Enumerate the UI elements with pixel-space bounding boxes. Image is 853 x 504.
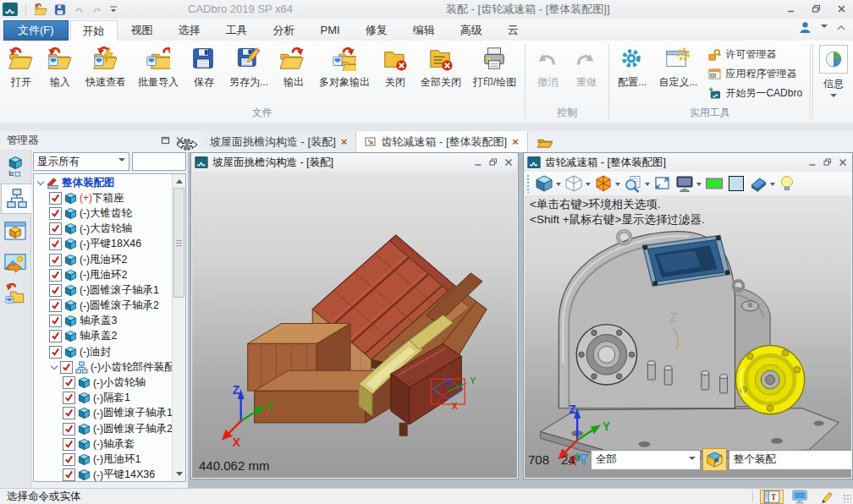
tab-close-icon[interactable]: × (341, 135, 348, 148)
display-mode-icon[interactable] (674, 173, 695, 194)
user-dropdown-icon[interactable] (821, 25, 828, 31)
ribbon-tab-PMI[interactable]: PMI (309, 20, 352, 41)
close-button[interactable] (833, 2, 850, 15)
background-color-swatch-icon[interactable] (726, 173, 746, 194)
chevron-down-icon[interactable] (696, 183, 702, 189)
child-window-title-bar[interactable]: 坡屋面挑檐沟构造 - [装配] (191, 153, 518, 173)
chevron-down-icon[interactable] (645, 183, 650, 189)
chevron-down-icon[interactable] (615, 183, 620, 189)
tree-row[interactable]: (-)小齿轮轴 (34, 375, 173, 390)
visibility-checkbox[interactable] (49, 254, 62, 266)
tree-row[interactable]: (-)圆锥滚子轴承2 (34, 421, 173, 436)
child-close-icon[interactable] (839, 158, 847, 167)
pencil-icon[interactable] (816, 490, 838, 504)
tree-row[interactable]: (-)平键14X36 (34, 468, 173, 482)
document-tab[interactable]: 齿轮减速箱 - [整体装配图]× (356, 131, 527, 152)
tree-row[interactable]: (-)小齿轮部件装配 (34, 359, 173, 375)
tree-search-input[interactable] (132, 152, 186, 171)
eraser-icon[interactable] (748, 173, 768, 194)
selection-filter-icon[interactable] (574, 452, 589, 466)
tree-row[interactable]: (-)大锥齿轮 (34, 205, 173, 221)
scope-cube-button[interactable] (702, 448, 727, 471)
tree-row[interactable]: (-)圆锥滚子轴承1 (34, 406, 173, 421)
ribbon-tab-开始[interactable]: 开始 (70, 20, 118, 41)
monitor-icon[interactable] (789, 490, 811, 504)
ribbon-tab-编辑[interactable]: 编辑 (401, 20, 447, 41)
visibility-checkbox[interactable] (49, 207, 62, 220)
visibility-checkbox[interactable] (49, 222, 62, 235)
toolbar-grip[interactable] (526, 174, 531, 193)
ribbon-tab-选择[interactable]: 选择 (167, 20, 212, 41)
ribbon-tab-视图[interactable]: 视图 (119, 20, 165, 41)
visibility-checkbox[interactable] (63, 392, 75, 404)
app-manager-button[interactable]: 应用程序管理器 (708, 67, 802, 81)
scrollbar-thumb[interactable] (173, 188, 184, 298)
child-close-icon[interactable] (504, 158, 513, 167)
tree-row[interactable]: (+)下箱座 (34, 190, 173, 205)
bulb-icon[interactable] (778, 173, 798, 194)
print-button[interactable]: 打印/绘图 (467, 44, 522, 91)
visibility-checkbox[interactable] (49, 315, 62, 327)
ribbon-tab-高级[interactable]: 高级 (449, 20, 494, 41)
selection-filter-dropdown[interactable]: 全部 (591, 450, 701, 470)
tree-row[interactable]: 轴承盖3 (34, 314, 173, 329)
info-button[interactable]: 信息 (814, 41, 853, 123)
tree-row[interactable]: (-)隔套1 (34, 391, 173, 406)
tree-row[interactable]: (-)油封 (34, 344, 173, 359)
user-account-icon[interactable] (798, 20, 812, 35)
resize-grip[interactable] (843, 494, 851, 502)
tree-row[interactable]: (-)平键18X46 (34, 237, 173, 252)
ribbon-tab-工具[interactable]: 工具 (214, 20, 260, 41)
tree-row[interactable]: (-)圆锥滚子轴承2 (34, 299, 173, 314)
chevron-down-icon[interactable] (556, 183, 561, 189)
tree-row[interactable]: (-)甩油环1 (34, 452, 173, 467)
close-doc-button[interactable]: 关闭 (376, 44, 415, 91)
import-button[interactable]: 输入 (41, 44, 80, 91)
restore-button[interactable] (807, 2, 824, 15)
hierarchy-icon[interactable] (1, 184, 31, 214)
visibility-checkbox[interactable] (63, 376, 75, 389)
tab-close-icon[interactable]: × (512, 135, 519, 148)
open-quick-icon[interactable] (33, 3, 48, 16)
visibility-checkbox[interactable] (49, 299, 62, 312)
tree-row[interactable]: (-)甩油环2 (34, 267, 173, 282)
tree-row[interactable]: (-)大齿轮轴 (34, 222, 173, 237)
tree-row[interactable]: (-)轴承套 (34, 436, 173, 452)
undo-quick-icon[interactable] (72, 4, 85, 15)
chevron-down-icon[interactable] (770, 183, 775, 189)
gearbox-model[interactable]: Z (525, 195, 851, 478)
viewport-gearbox-model[interactable]: Z (525, 195, 851, 478)
customize-button[interactable]: 自定义... (652, 44, 703, 91)
tree-row[interactable]: (-)甩油环2 (34, 252, 173, 267)
visibility-checkbox[interactable] (63, 423, 75, 436)
scope-dropdown[interactable]: 整个装配 (729, 450, 851, 470)
child-restore-icon[interactable] (489, 158, 498, 167)
visibility-checkbox[interactable] (63, 438, 75, 451)
visibility-checkbox[interactable] (49, 330, 62, 342)
visibility-checkbox[interactable] (49, 192, 62, 205)
viewport-roof-model[interactable]: Y X Z Y X (192, 172, 517, 478)
minimize-button[interactable] (782, 2, 799, 15)
child-restore-icon[interactable] (823, 158, 832, 167)
collapse-ribbon-icon[interactable] (836, 24, 846, 32)
visibility-checkbox[interactable] (63, 468, 75, 481)
chevron-down-icon[interactable] (586, 183, 591, 189)
child-minimize-icon[interactable] (808, 158, 817, 167)
qat-dropdown-icon[interactable] (109, 5, 118, 14)
scroll-up-icon[interactable] (173, 174, 185, 187)
visibility-checkbox[interactable] (49, 284, 62, 297)
close-all-button[interactable]: 全部关闭 (415, 44, 467, 91)
scroll-down-icon[interactable] (173, 468, 185, 481)
open-document-button[interactable] (528, 131, 562, 152)
export-button[interactable]: 输出 (274, 44, 313, 91)
chevron-expanded-icon[interactable] (36, 178, 47, 189)
batch-import-button[interactable]: 批量导入 (132, 44, 184, 91)
face-color-swatch-icon[interactable] (704, 173, 724, 194)
display-filter-dropdown[interactable]: 显示所有 (33, 152, 129, 171)
redo-quick-icon[interactable] (91, 4, 104, 15)
tree-row[interactable]: (-)圆锥滚子轴承1 (34, 282, 173, 298)
view-window-icon[interactable] (1, 216, 30, 245)
save-as-button[interactable]: 另存为... (223, 44, 274, 91)
visibility-checkbox[interactable] (49, 346, 62, 359)
config-button[interactable]: 配置... (612, 44, 652, 91)
